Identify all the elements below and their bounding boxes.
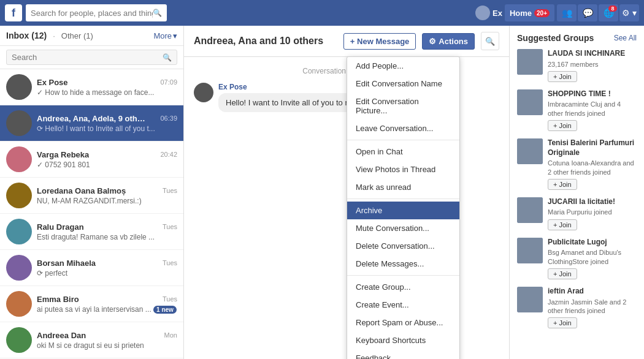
message-body: Loredana Oana BalmoșTuesNU, M-AM RAZGAND… [37, 186, 177, 205]
list-item[interactable]: Ex Pose07:09✓ How to hide a message on f… [0, 69, 183, 105]
group-info: ieftin AradJazmin Jasmin Sale and 2 othe… [548, 287, 637, 328]
dropdown-item[interactable]: Feedback [347, 349, 459, 359]
inbox-header: Inbox (12) · Other (1) More ▾ [0, 26, 183, 46]
group-meta: 23,167 members [548, 60, 637, 69]
avatar [6, 74, 32, 100]
see-all-link[interactable]: See All [614, 34, 637, 42]
message-preview: ✓ 0752 901 801 [37, 161, 177, 169]
avatar [6, 219, 32, 244]
messages-icon[interactable]: 💬 [578, 4, 597, 21]
new-message-button[interactable]: + New Message [343, 33, 416, 50]
message-name: Varga Rebeka [37, 150, 89, 159]
dropdown-item[interactable]: Leave Conversation... [347, 119, 459, 137]
message-body: Ex Pose07:09✓ How to hide a message on f… [37, 78, 177, 97]
join-button[interactable]: + Join [548, 179, 577, 190]
dropdown-item[interactable]: Report Spam or Abuse... [347, 314, 459, 331]
inbox-search: 🔍 [0, 46, 183, 69]
group-name: ieftin Arad [548, 287, 637, 297]
message-list: Ex Pose07:09✓ How to hide a message on f… [0, 69, 183, 359]
message-body: Ralu DraganTuesEsti draguta! Ramane sa v… [37, 222, 177, 241]
group-info: Tenisi Balerini Parfumuri OriginaleCotun… [548, 138, 637, 190]
group-name: Tenisi Balerini Parfumuri Originale [548, 138, 637, 157]
message-preview: ⟳ Hello! I want to Invite all of you t..… [37, 124, 177, 133]
avatar [6, 327, 32, 353]
dropdown-item[interactable]: Add People... [347, 57, 459, 75]
avatar [6, 255, 32, 281]
suggested-groups-title: Suggested Groups See All [517, 33, 637, 43]
dropdown-item[interactable]: Open in Chat [347, 143, 459, 161]
chevron-down-icon: ▾ [173, 31, 177, 40]
group-name: JUCARII la licitatie! [548, 197, 637, 207]
avatar [517, 238, 543, 263]
notifications-icon[interactable]: 🌐 8 [599, 4, 618, 21]
message-time: 20:42 [160, 151, 177, 158]
group-meta: Cotuna Ioana-Alexandra and 2 other frien… [548, 159, 637, 176]
search-chat-button[interactable]: 🔍 [481, 32, 499, 50]
inbox-search-input[interactable] [12, 53, 163, 62]
avatar [517, 287, 543, 312]
avatar [6, 183, 32, 208]
home-button[interactable]: Home 20+ [505, 4, 554, 21]
dropdown-item[interactable]: Create Event... [347, 296, 459, 314]
nav-center: Ex Home 20+ 👥 💬 🌐 8 ⚙ ▾ [475, 4, 639, 21]
message-name: Ex Pose [37, 78, 68, 87]
chat-header: Andreea, Ana and 10 others + New Message… [184, 26, 509, 57]
actions-dropdown: Add People...Edit Conversation NameEdit … [347, 56, 460, 359]
search-bar[interactable]: 🔍 [26, 4, 167, 21]
inbox-tab[interactable]: Inbox (12) [6, 31, 47, 40]
list-item[interactable]: Borsan MihaelaTues⟳ perfect [0, 250, 183, 286]
search-input[interactable] [31, 9, 153, 18]
group-item: Publicitate LugojBsg Amanet and Dibuu's … [517, 238, 637, 279]
fb-logo: f [5, 4, 22, 21]
group-item: JUCARII la licitatie!Maria Purpuriu join… [517, 197, 637, 230]
message-name: Andreea, Ana, Adela, 9 others [37, 114, 147, 123]
other-tab[interactable]: Other (1) [61, 31, 93, 40]
dropdown-item[interactable]: Mute Conversation... [347, 219, 459, 237]
dropdown-divider [347, 275, 459, 276]
avatar [517, 197, 543, 223]
dropdown-item[interactable]: Create Group... [347, 278, 459, 296]
list-item[interactable]: Ralu DraganTuesEsti draguta! Ramane sa v… [0, 214, 183, 250]
list-item[interactable]: Andreea DanMonoki M si ce dragut si eu s… [0, 322, 183, 358]
dropdown-item[interactable]: Edit Conversation Name [347, 75, 459, 93]
message-time: Tues [163, 259, 177, 266]
dropdown-item[interactable]: Mark as unread [347, 178, 459, 196]
message-time: Mon [164, 331, 177, 339]
list-item[interactable]: Andreea, Ana, Adela, 9 others06:39⟳ Hell… [0, 105, 183, 142]
dropdown-item[interactable]: Delete Conversation... [347, 237, 459, 255]
nav-profile: Ex [475, 6, 502, 20]
join-button[interactable]: + Join [548, 120, 577, 131]
message-name: Ralu Dragan [37, 222, 84, 232]
avatar [517, 49, 543, 75]
search-icon: 🔍 [153, 9, 162, 17]
right-panel: Suggested Groups See All LAUDA SI INCHIN… [509, 26, 644, 359]
group-meta: Jazmin Jasmin Sale and 2 other friends j… [548, 298, 637, 316]
dropdown-item[interactable]: Archive [347, 202, 459, 219]
list-item[interactable]: Varga Rebeka20:42✓ 0752 901 801 [0, 142, 183, 178]
more-button[interactable]: More ▾ [153, 31, 177, 40]
message-time: 06:39 [160, 115, 177, 122]
dropdown-item[interactable]: Delete Messages... [347, 255, 459, 273]
join-button[interactable]: + Join [548, 317, 577, 328]
message-preview: NU, M-AM RAZGANDIT.mersi.:) [37, 197, 177, 205]
message-name: Borsan Mihaela [37, 259, 96, 268]
friends-icon[interactable]: 👥 [557, 4, 577, 21]
group-info: Publicitate LugojBsg Amanet and Dibuu's … [548, 238, 637, 279]
chat-area: Andreea, Ana and 10 others + New Message… [184, 26, 509, 359]
group-name: Publicitate Lugoj [548, 238, 637, 248]
dropdown-item[interactable]: Edit Conversation Picture... [347, 93, 459, 119]
message-preview: ai putea sa vi ayi la interservisan ... … [37, 305, 177, 314]
dropdown-item[interactable]: Keyboard Shortcuts [347, 331, 459, 349]
actions-button[interactable]: ⚙ Actions [422, 33, 475, 50]
join-button[interactable]: + Join [548, 71, 577, 82]
list-item[interactable]: Emma BiroTuesai putea sa vi ayi la inter… [0, 286, 183, 322]
settings-icon[interactable]: ⚙ ▾ [619, 4, 639, 21]
chat-title: Andreea, Ana and 10 others [194, 36, 337, 47]
dropdown-item[interactable]: View Photos in Thread [347, 161, 459, 178]
join-button[interactable]: + Join [548, 268, 577, 279]
avatar [194, 83, 213, 102]
group-info: JUCARII la licitatie!Maria Purpuriu join… [548, 197, 637, 230]
join-button[interactable]: + Join [548, 219, 577, 230]
group-item: LAUDA SI INCHINARE23,167 members+ Join [517, 49, 637, 82]
list-item[interactable]: Loredana Oana BalmoșTuesNU, M-AM RAZGAND… [0, 178, 183, 214]
